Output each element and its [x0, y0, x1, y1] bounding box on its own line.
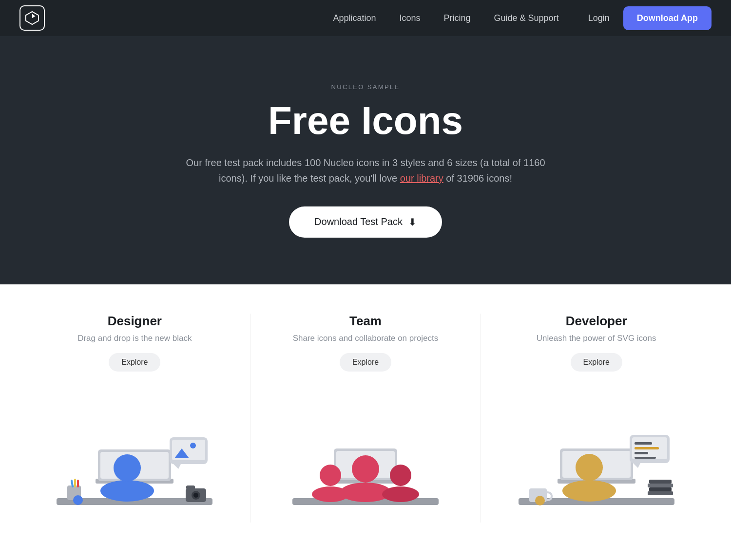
download-test-pack-button[interactable]: Download Test Pack ⬇: [289, 206, 442, 238]
svg-rect-50: [648, 491, 673, 495]
svg-rect-46: [635, 457, 656, 459]
designer-desc: Drag and drop is the new black: [77, 334, 192, 343]
download-app-button[interactable]: Download App: [623, 6, 712, 30]
svg-point-39: [562, 480, 616, 502]
nav-right: Login Download App: [588, 6, 712, 30]
svg-rect-52: [648, 484, 673, 487]
nav-guide-support[interactable]: Guide & Support: [494, 13, 559, 23]
navbar: Application Icons Pricing Guide & Suppor…: [0, 0, 731, 36]
svg-point-40: [576, 454, 603, 481]
svg-point-30: [312, 486, 349, 502]
svg-marker-13: [173, 464, 181, 469]
team-explore-button[interactable]: Explore: [340, 353, 391, 372]
hero-title: Free Icons: [268, 100, 463, 141]
library-link[interactable]: our library: [400, 173, 443, 184]
feature-developer: Developer Unleash the power of SVG icons…: [481, 314, 712, 523]
nav-application[interactable]: Application: [333, 13, 376, 23]
designer-illustration: [42, 386, 227, 523]
svg-marker-1: [32, 14, 36, 18]
svg-rect-45: [635, 452, 648, 454]
hero-section: NUCLEO SAMPLE Free Icons Our free test p…: [0, 36, 731, 284]
developer-desc: Unleash the power of SVG icons: [537, 334, 656, 343]
svg-rect-44: [635, 447, 659, 449]
svg-rect-51: [649, 487, 672, 491]
logo[interactable]: [19, 5, 45, 31]
svg-rect-17: [77, 480, 79, 487]
feature-team: Team Share icons and collaborate on proj…: [250, 314, 481, 523]
svg-rect-16: [74, 479, 76, 487]
developer-explore-button[interactable]: Explore: [571, 353, 622, 372]
feature-designer: Designer Drag and drop is the new black …: [19, 314, 250, 523]
svg-marker-47: [633, 463, 640, 468]
designer-title: Designer: [108, 314, 162, 329]
svg-point-32: [382, 486, 419, 502]
team-illustration: [273, 386, 458, 523]
developer-illustration: [504, 386, 689, 523]
cta-label: Download Test Pack: [314, 216, 403, 227]
nav-pricing[interactable]: Pricing: [444, 13, 471, 23]
login-link[interactable]: Login: [588, 13, 610, 23]
svg-point-31: [320, 465, 341, 486]
team-desc: Share icons and collaborate on projects: [293, 334, 439, 343]
svg-point-21: [193, 493, 198, 498]
svg-rect-22: [186, 485, 195, 489]
designer-explore-button[interactable]: Explore: [109, 353, 160, 372]
svg-point-49: [535, 496, 545, 505]
features-section: Designer Drag and drop is the new black …: [0, 284, 731, 532]
svg-rect-43: [635, 442, 652, 445]
nav-links: Application Icons Pricing Guide & Suppor…: [333, 13, 558, 23]
download-icon: ⬇: [408, 216, 417, 228]
svg-point-33: [390, 465, 411, 486]
svg-point-29: [352, 455, 379, 483]
hero-eyebrow: NUCLEO SAMPLE: [331, 83, 400, 91]
team-title: Team: [349, 314, 382, 329]
nav-icons[interactable]: Icons: [399, 13, 420, 23]
svg-point-7: [100, 480, 154, 502]
svg-point-12: [190, 443, 196, 448]
svg-rect-53: [649, 480, 672, 484]
developer-title: Developer: [566, 314, 627, 329]
svg-point-18: [73, 495, 83, 505]
svg-point-8: [114, 454, 141, 482]
hero-description: Our free test pack includes 100 Nucleo i…: [175, 155, 556, 186]
